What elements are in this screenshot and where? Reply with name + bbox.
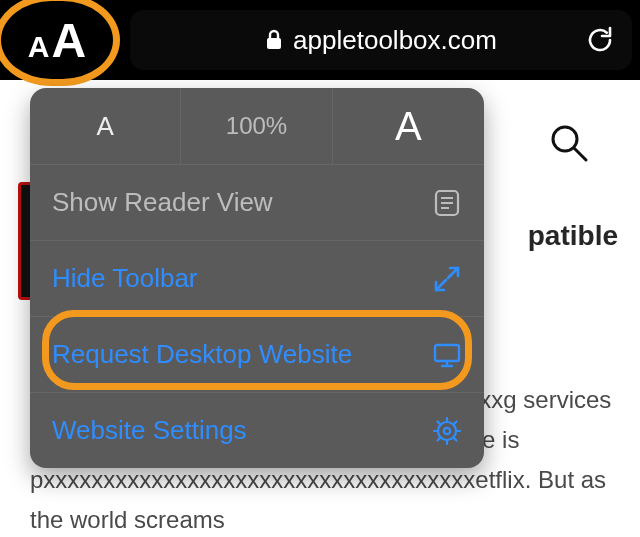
zoom-in-button[interactable]: A <box>333 88 484 164</box>
website-settings-label: Website Settings <box>52 415 247 446</box>
svg-line-7 <box>448 268 458 278</box>
svg-line-21 <box>438 437 441 440</box>
hide-toolbar-item[interactable]: Hide Toolbar <box>30 240 484 316</box>
svg-rect-9 <box>435 345 459 361</box>
lock-icon <box>265 29 283 51</box>
expand-icon <box>432 264 462 294</box>
svg-line-20 <box>454 421 457 424</box>
svg-line-8 <box>436 280 446 290</box>
url-domain: appletoolbox.com <box>293 25 497 56</box>
svg-point-13 <box>444 427 450 433</box>
reader-icon <box>432 188 462 218</box>
svg-rect-2 <box>267 38 281 49</box>
zoom-row: A 100% A <box>30 88 484 164</box>
text-size-button[interactable]: A A <box>0 0 120 86</box>
gear-icon <box>432 416 462 446</box>
aa-big-glyph: A <box>52 13 87 68</box>
svg-line-1 <box>574 148 586 160</box>
desktop-icon <box>432 340 462 370</box>
address-field[interactable]: appletoolbox.com <box>130 10 632 70</box>
reload-icon[interactable] <box>584 24 616 56</box>
svg-line-19 <box>454 437 457 440</box>
search-icon[interactable] <box>548 122 590 164</box>
show-reader-view-label: Show Reader View <box>52 187 273 218</box>
zoom-out-button[interactable]: A <box>30 88 181 164</box>
zoom-in-label: A <box>395 104 422 149</box>
website-settings-item[interactable]: Website Settings <box>30 392 484 468</box>
request-desktop-website-item[interactable]: Request Desktop Website <box>30 316 484 392</box>
request-desktop-website-label: Request Desktop Website <box>52 339 352 370</box>
aa-small-glyph: A <box>28 30 50 64</box>
svg-line-18 <box>438 421 441 424</box>
url-bar: A A appletoolbox.com <box>0 0 640 80</box>
zoom-out-label: A <box>96 111 113 142</box>
zoom-percent-label: 100% <box>226 112 287 140</box>
aa-popover-menu: A 100% A Show Reader View Hide Toolbar R… <box>30 88 484 468</box>
article-headline-fragment: patible <box>528 220 618 252</box>
zoom-level-button[interactable]: 100% <box>181 88 332 164</box>
hide-toolbar-label: Hide Toolbar <box>52 263 198 294</box>
show-reader-view-item[interactable]: Show Reader View <box>30 164 484 240</box>
